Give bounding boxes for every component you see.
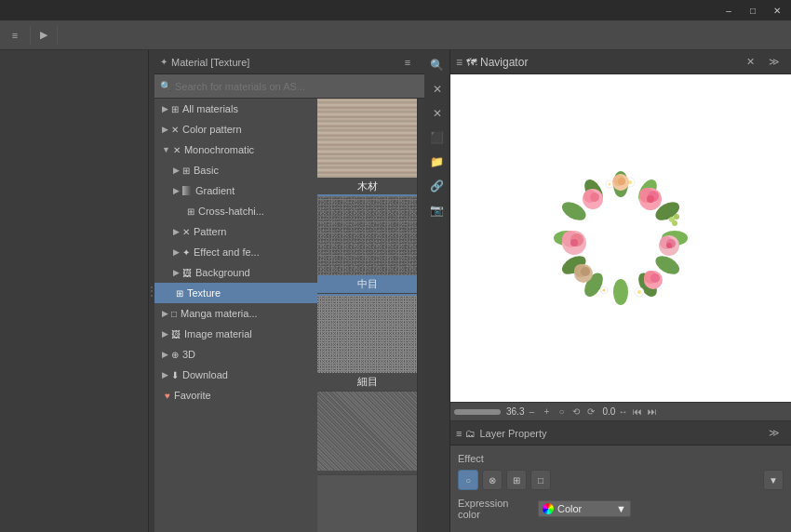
svg-point-23 xyxy=(650,273,660,283)
side-btn-grid[interactable]: ⬛ xyxy=(426,126,449,149)
main-content: ✦ Material [Texture] ≡ 🔍 ▶ ⊞ All materia… xyxy=(0,50,791,532)
nav-next-btn[interactable]: ⏭ xyxy=(645,405,660,419)
tree-item-basic[interactable]: ▶ ⊞ Basic xyxy=(154,160,317,180)
tree-item-3d[interactable]: ▶ ⊕ 3D xyxy=(154,344,317,365)
thumbnail-rough[interactable] xyxy=(317,392,417,475)
side-toolbar: 🔍 ✕ ✕ ⬛ 📁 🔗 📷 xyxy=(424,50,450,532)
zoom-in-btn[interactable]: + xyxy=(539,405,554,419)
thumb-medium-img xyxy=(317,196,417,275)
close-button[interactable]: ✕ xyxy=(765,2,789,19)
title-bar: – □ ✕ xyxy=(0,0,791,20)
crosshatch-icon: ⊞ xyxy=(187,206,194,217)
tree-item-crosshatch[interactable]: ⊞ Cross-hatchi... xyxy=(154,201,317,221)
effect-icons-row: ○ ⊗ ⊞ □ ▼ xyxy=(458,470,784,490)
arrow-icon: ▶ xyxy=(162,329,168,339)
tree-item-pattern[interactable]: ▶ ✕ Pattern xyxy=(154,221,317,242)
tree-item-favorite[interactable]: ♥ Favorite xyxy=(154,385,317,406)
navigator-canvas xyxy=(450,74,791,402)
tree-label-image: Image material xyxy=(184,328,252,339)
color-label: Color xyxy=(557,503,582,514)
nav-prev-btn[interactable]: ⏮ xyxy=(630,405,645,419)
toolbar-btn-1[interactable]: ≡ xyxy=(4,24,26,47)
tree-item-effect[interactable]: ▶ ✦ Effect and fe... xyxy=(154,242,317,262)
svg-point-44 xyxy=(581,267,590,276)
zoom-out-btn[interactable]: – xyxy=(524,405,539,419)
material-panel-title: Material [Texture] xyxy=(171,57,249,68)
effect-icon: ✦ xyxy=(182,247,190,258)
3d-icon: ⊕ xyxy=(171,350,179,360)
effect-btn-square[interactable]: □ xyxy=(530,470,551,490)
layer-property-menu-icon: ≡ xyxy=(456,428,462,439)
panel-menu-btn[interactable]: ≡ xyxy=(396,51,419,73)
navigator-title: Navigator xyxy=(480,56,528,69)
arrow-icon: ▶ xyxy=(173,268,180,277)
monochromatic-icon: ✕ xyxy=(173,145,181,155)
tree-label-background: Background xyxy=(195,267,250,278)
side-btn-camera[interactable]: 📷 xyxy=(426,199,449,221)
tree-thumbnail-layout: ▶ ⊞ All materials ▶ ✕ Color pattern ▼ ✕ … xyxy=(154,99,424,532)
tree-item-manga[interactable]: ▶ □ Manga materia... xyxy=(154,303,317,324)
search-input[interactable] xyxy=(175,81,419,92)
zoom-level: 36.3 xyxy=(506,406,524,417)
thumb-wood-label: 木材 xyxy=(317,178,417,195)
arrow-icon: ▶ xyxy=(173,227,180,236)
rotate-cw-btn[interactable]: ⟳ xyxy=(583,405,598,419)
arrow-icon: ▼ xyxy=(162,145,170,154)
toolbar-separator-1 xyxy=(30,26,31,45)
main-toolbar: ≡ ▶ xyxy=(0,20,791,50)
navigator-icon: ≡ xyxy=(456,56,463,69)
effect-more-btn[interactable]: ▼ xyxy=(763,470,784,490)
side-btn-x2[interactable]: ✕ xyxy=(426,102,449,125)
zoom-slider[interactable] xyxy=(454,409,501,415)
thumb-rough-label xyxy=(317,471,417,474)
svg-point-36 xyxy=(637,290,641,294)
nav-more-btn[interactable]: ≫ xyxy=(763,51,785,73)
side-btn-folder[interactable]: 📁 xyxy=(426,151,449,173)
tree-label-color-pattern: Color pattern xyxy=(182,124,242,135)
texture-icon: ⊞ xyxy=(176,288,183,299)
tree-item-monochromatic[interactable]: ▼ ✕ Monochromatic xyxy=(154,140,317,160)
thumbnail-fine[interactable]: 細目 xyxy=(317,294,417,392)
svg-point-16 xyxy=(647,195,654,203)
tree-item-all-materials[interactable]: ▶ ⊞ All materials xyxy=(154,99,317,119)
effect-btn-x[interactable]: ⊗ xyxy=(482,470,503,490)
minimize-button[interactable]: – xyxy=(717,2,741,19)
canvas-preview xyxy=(528,154,714,322)
gradient-icon xyxy=(182,186,192,195)
layer-property-title: Layer Property xyxy=(479,428,546,439)
thumbnail-medium[interactable]: 中目 xyxy=(317,196,417,294)
background-icon: 🖼 xyxy=(182,268,192,278)
download-icon: ⬇ xyxy=(171,370,179,380)
maximize-button[interactable]: □ xyxy=(741,2,765,19)
svg-point-7 xyxy=(613,279,628,305)
tree-label-pattern: Pattern xyxy=(194,226,226,237)
tree-item-gradient[interactable]: ▶ Gradient xyxy=(154,180,317,201)
thumbnail-wood[interactable]: 木材 xyxy=(317,99,417,196)
tree-label-all-materials: All materials xyxy=(182,103,238,114)
arrow-icon: ▶ xyxy=(173,166,180,175)
effect-btn-circle[interactable]: ○ xyxy=(458,470,478,490)
effect-btn-grid[interactable]: ⊞ xyxy=(506,470,527,490)
tree-item-texture[interactable]: ⊞ Texture xyxy=(154,283,317,303)
nav-close-btn[interactable]: ✕ xyxy=(739,51,761,73)
side-btn-link[interactable]: 🔗 xyxy=(426,175,449,197)
svg-point-30 xyxy=(590,193,599,202)
rotate-ccw-btn[interactable]: ⟲ xyxy=(569,405,583,419)
thumb-fine-label: 細目 xyxy=(317,373,417,391)
tree-item-background[interactable]: ▶ 🖼 Background xyxy=(154,262,317,283)
tree-label-effect: Effect and fe... xyxy=(194,246,260,258)
all-materials-icon: ⊞ xyxy=(171,104,179,114)
color-dropdown[interactable]: Color ▼ xyxy=(538,500,631,517)
image-icon: 🖼 xyxy=(171,329,181,339)
svg-point-47 xyxy=(672,220,677,226)
zoom-fit-btn[interactable]: ○ xyxy=(554,405,569,419)
layer-more-btn[interactable]: ≫ xyxy=(763,422,785,445)
side-btn-x1[interactable]: ✕ xyxy=(426,78,449,100)
arrow-icon: ▶ xyxy=(173,247,180,257)
side-btn-search[interactable]: 🔍 xyxy=(426,54,449,76)
tree-item-image[interactable]: ▶ 🖼 Image material xyxy=(154,324,317,344)
tree-item-color-pattern[interactable]: ▶ ✕ Color pattern xyxy=(154,119,317,140)
flip-h-btn[interactable]: ↔ xyxy=(615,405,630,419)
tree-item-download[interactable]: ▶ ⬇ Download xyxy=(154,365,317,385)
tree-label-crosshatch: Cross-hatchi... xyxy=(198,206,264,217)
